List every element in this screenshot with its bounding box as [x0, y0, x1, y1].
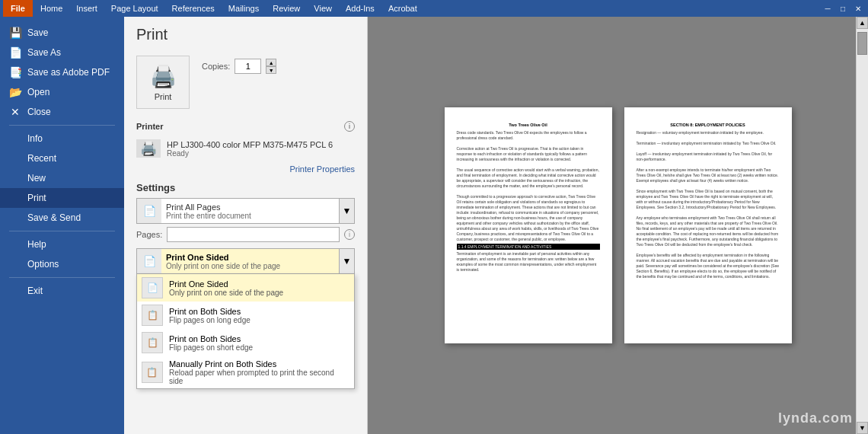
backstage-top: 💾 Save 📄 Save As 📑 Save as Adobe PDF 📂 O… [0, 17, 124, 307]
scroll-down-button[interactable]: ▼ [857, 422, 868, 434]
duplex-option-2[interactable]: 📋 Print on Both Sides Flip pages on shor… [137, 329, 354, 356]
copies-row: Copies: ▲ ▼ [202, 59, 276, 74]
print-all-pages-text: Print All Pages Print the entire documen… [161, 201, 339, 222]
duplex-selected-icon: 📄 [137, 249, 161, 273]
backstage-save-adobe[interactable]: 📑 Save as Adobe PDF [0, 62, 124, 82]
print-top: 🖨️ Print Copies: ▲ ▼ [136, 56, 355, 109]
menu-page-layout[interactable]: Page Layout [105, 0, 164, 17]
menu-bar: File Home Insert Page Layout References … [0, 0, 868, 17]
pages-row: Pages: i [136, 227, 355, 242]
backstage-new[interactable]: New [0, 168, 124, 188]
preview-page2-body: Resignation — voluntary employment termi… [637, 130, 780, 279]
duplex-selected-main: Print One Sided [166, 253, 334, 262]
help-icon [9, 238, 21, 251]
info-nav-icon [9, 132, 21, 145]
backstage-options[interactable]: Options [0, 254, 124, 274]
duplex-option-3[interactable]: 📋 Manually Print on Both Sides Reload pa… [137, 356, 354, 388]
copies-label: Copies: [202, 62, 230, 71]
main-layout: 💾 Save 📄 Save As 📑 Save as Adobe PDF 📂 O… [0, 17, 868, 434]
pages-input[interactable] [167, 227, 340, 242]
preview-page1-body2: Termination of employment is an inevitab… [457, 251, 600, 273]
backstage-exit[interactable]: Exit [0, 281, 124, 301]
recent-icon [9, 152, 21, 164]
duplex-option-0[interactable]: 📄 Print One Sided Only print on one side… [137, 274, 354, 302]
duplex-option-0-text: Print One Sided Only print on one side o… [169, 279, 283, 297]
scroll-up-button[interactable]: ▲ [857, 17, 868, 29]
duplex-option-1[interactable]: 📋 Print on Both Sides Flip pages on long… [137, 302, 354, 329]
backstage-divider-3 [9, 277, 115, 278]
copies-up-button[interactable]: ▲ [266, 59, 276, 66]
printer-row: 🖨️ HP LJ300-400 color MFP M375-M475 PCL … [136, 136, 355, 161]
scroll-track [857, 29, 868, 422]
printer-properties-link[interactable]: Printer Properties [289, 164, 355, 174]
maximize-button[interactable]: □ [836, 2, 850, 15]
copies-section: Copies: ▲ ▼ [202, 56, 276, 74]
print-nav-icon [9, 192, 21, 204]
pages-info-icon[interactable]: i [344, 229, 355, 240]
printer-image-icon: 🖨️ [136, 139, 161, 158]
printer-status: Ready [167, 149, 355, 158]
backstage-save-send[interactable]: Save & Send [0, 208, 124, 228]
backstage-print[interactable]: Print [0, 188, 124, 208]
printer-name: HP LJ300-400 color MFP M375-M475 PCL 6 [167, 140, 355, 149]
menu-home[interactable]: Home [34, 0, 69, 17]
pages-icon: 📄 [137, 199, 161, 223]
backstage-help[interactable]: Help [0, 235, 124, 254]
backstage-save-as[interactable]: 📄 Save As [0, 43, 124, 62]
backstage-close[interactable]: ✕ Close [0, 102, 124, 122]
preview-page1-highlight: 1.1.4 EMPLOYMENT TERMINATION AND ACTIVIT… [457, 244, 600, 250]
duplex-dropdown[interactable]: 📄 Print One Sided Only print on one side… [136, 248, 355, 274]
printer-info-icon[interactable]: i [344, 121, 355, 132]
window-controls: ─ □ ✕ [821, 2, 865, 15]
backstage-open[interactable]: 📂 Open [0, 82, 124, 102]
printer-info: HP LJ300-400 color MFP M375-M475 PCL 6 R… [167, 140, 355, 158]
file-tab[interactable]: File [3, 0, 33, 17]
duplex-selected-row[interactable]: 📄 Print One Sided Only print on one side… [136, 248, 355, 274]
save-icon: 💾 [9, 27, 21, 39]
menu-add-ins[interactable]: Add-Ins [340, 0, 381, 17]
duplex-selected-text: Print One Sided Only print on one side o… [161, 251, 339, 272]
print-all-pages-dropdown[interactable]: 📄 Print All Pages Print the entire docum… [136, 198, 355, 224]
duplex-option-0-icon: 📄 [142, 277, 163, 298]
menu-insert[interactable]: Insert [70, 0, 104, 17]
menu-review[interactable]: Review [266, 0, 306, 17]
print-title: Print [136, 26, 355, 43]
print-button[interactable]: 🖨️ Print [136, 56, 190, 109]
copies-input[interactable] [235, 59, 261, 74]
open-icon: 📂 [9, 86, 21, 98]
duplex-option-1-text: Print on Both Sides Flip pages on long e… [169, 307, 251, 324]
backstage-save[interactable]: 💾 Save [0, 23, 124, 43]
printer-large-icon: 🖨️ [150, 64, 177, 89]
print-panel: Print 🖨️ Print Copies: ▲ ▼ Printer i [124, 17, 368, 434]
menu-mailings[interactable]: Mailings [222, 0, 265, 17]
duplex-option-2-icon: 📋 [142, 332, 163, 353]
menu-view[interactable]: View [308, 0, 338, 17]
adobe-icon: 📑 [9, 66, 21, 78]
close-doc-icon: ✕ [9, 106, 21, 118]
preview-panel: Two Trees Olive Oil Dress code standards… [368, 17, 868, 434]
print-all-pages-main: Print All Pages [166, 203, 334, 212]
close-button[interactable]: ✕ [851, 2, 865, 15]
copies-spinner: ▲ ▼ [266, 59, 276, 74]
settings-title: Settings [136, 182, 355, 193]
duplex-options-list: 📄 Print One Sided Only print on one side… [136, 274, 355, 389]
scroll-thumb[interactable] [857, 32, 867, 55]
duplex-option-3-text: Manually Print on Both Sides Reload pape… [169, 359, 349, 385]
new-doc-icon [9, 172, 21, 184]
preview-page1-body: Dress code standards. Two Trees Olive Oi… [457, 130, 600, 242]
preview-page1-heading: Two Trees Olive Oil [457, 123, 600, 127]
copies-down-button[interactable]: ▼ [266, 66, 276, 74]
menu-acrobat[interactable]: Acrobat [382, 0, 423, 17]
duplex-option-1-icon: 📋 [142, 305, 163, 326]
duplex-arrow[interactable]: ▼ [339, 249, 354, 273]
backstage-info[interactable]: Info [0, 129, 124, 148]
exit-icon [9, 285, 21, 297]
backstage-divider-2 [9, 231, 115, 231]
duplex-option-2-text: Print on Both Sides Flip pages on short … [169, 334, 253, 352]
page-preview-2: SECTION 8: EMPLOYMENT POLICIES Resignati… [624, 107, 792, 343]
backstage-recent[interactable]: Recent [0, 148, 124, 168]
menu-references[interactable]: References [166, 0, 221, 17]
print-all-pages-arrow[interactable]: ▼ [339, 199, 354, 223]
send-icon [9, 212, 21, 224]
minimize-button[interactable]: ─ [821, 2, 834, 15]
